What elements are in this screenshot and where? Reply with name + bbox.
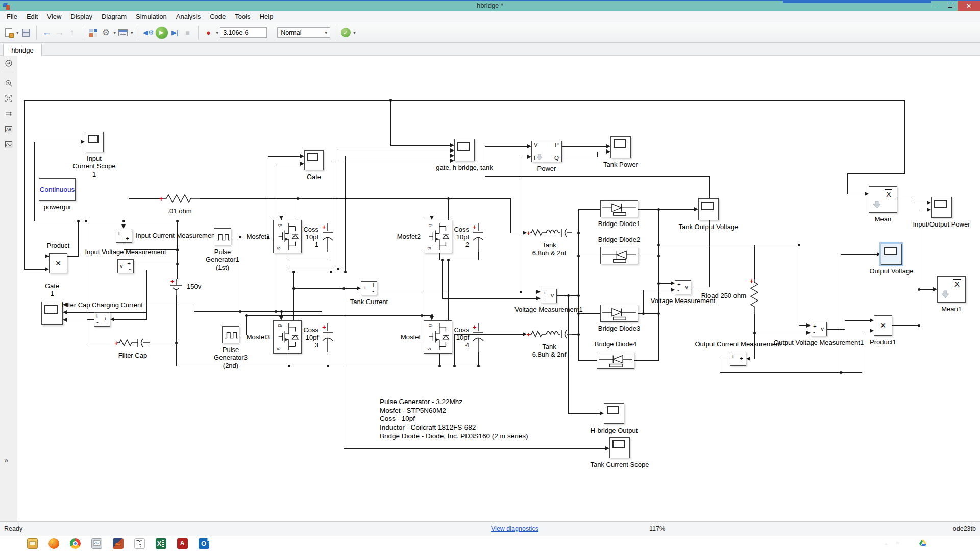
step-back-button[interactable]: ◀⚙ <box>143 26 154 39</box>
menu-tools[interactable]: Tools <box>230 12 255 21</box>
wire <box>485 146 528 147</box>
gate-hbridge-tank-scope[interactable] <box>454 139 475 161</box>
gate-scope[interactable] <box>304 150 324 170</box>
taskbar-start-icon[interactable] <box>0 536 21 551</box>
wire-arrow <box>806 331 811 335</box>
wire <box>276 164 301 164</box>
minimize-button[interactable]: – <box>927 1 942 11</box>
input-voltage-measurement[interactable]: v+- <box>117 259 134 273</box>
battery-150v[interactable]: + <box>169 278 183 295</box>
wire <box>597 152 607 152</box>
simulation-mode-select[interactable]: Normal ▾ <box>277 27 330 38</box>
save-button[interactable] <box>20 26 32 39</box>
zoom-in-icon[interactable] <box>0 76 17 91</box>
output-current-measurement[interactable]: i+ <box>730 352 746 366</box>
taskbar-acrobat-icon[interactable]: A <box>172 536 193 551</box>
tab-hbridge[interactable]: hbridge <box>3 44 42 56</box>
gate1-scope-label: Gate 1 <box>17 282 108 298</box>
model-config-dropdown[interactable]: ▾ <box>131 30 133 35</box>
hbridge-output-scope[interactable] <box>604 403 624 424</box>
input-current-measurement[interactable]: i-+ <box>116 229 132 243</box>
stop-button[interactable]: ■ <box>182 26 193 39</box>
language-indicator[interactable]: ENG <box>933 540 946 547</box>
powergui[interactable]: Continuous <box>39 178 76 201</box>
menu-help[interactable]: Help <box>255 12 278 21</box>
clock[interactable]: 2:28 AM 2/5/2015 <box>952 536 975 551</box>
io-power-scope[interactable] <box>931 197 952 218</box>
coss2[interactable]: + <box>472 223 484 252</box>
record-button[interactable]: ● <box>203 26 214 39</box>
mean[interactable]: X <box>869 186 897 213</box>
mean1[interactable]: X <box>937 276 966 303</box>
up-button[interactable]: ↑ <box>67 26 78 39</box>
product[interactable]: × <box>49 253 67 273</box>
record-dropdown[interactable]: ▾ <box>216 30 219 35</box>
model-config-button[interactable] <box>117 26 129 39</box>
tank-current[interactable]: +i- <box>361 281 377 295</box>
bridge-diode1[interactable] <box>600 200 638 217</box>
close-button[interactable]: ✕ <box>958 1 980 11</box>
input-current-scope[interactable] <box>85 132 104 152</box>
wire <box>478 252 479 260</box>
bridge-diode2[interactable] <box>600 247 638 264</box>
scope-curve-icon[interactable] <box>0 137 17 152</box>
view-diagnostics-link[interactable]: View diagnostics <box>491 525 538 532</box>
new-model-button[interactable] <box>3 26 14 39</box>
bridge-diode3[interactable] <box>600 305 638 322</box>
annotation-icon[interactable]: A <box>0 121 17 137</box>
library-browser-button[interactable] <box>88 26 99 39</box>
taskbar-monitor-icon[interactable] <box>86 536 107 551</box>
tank-current-scope[interactable] <box>609 437 630 458</box>
bridge-diode4[interactable] <box>597 352 634 369</box>
fit-to-view-icon[interactable] <box>0 91 17 106</box>
menu-analysis[interactable]: Analysis <box>172 12 205 21</box>
action-center-flag-icon[interactable]: ⚑ <box>895 540 900 547</box>
tank-output-voltage-scope[interactable] <box>698 198 719 220</box>
filter-cap-charging-current[interactable]: i-+ <box>94 312 110 327</box>
menu-edit[interactable]: Edit <box>22 12 42 21</box>
taskbar-outlook-icon[interactable]: O✓ <box>193 536 214 551</box>
update-diagram-button[interactable]: ✓ <box>340 26 351 39</box>
model-settings-button[interactable]: ⚙ <box>101 26 112 39</box>
output-voltage-measurement1[interactable]: +-v <box>811 322 827 336</box>
forward-button[interactable]: → <box>54 26 65 39</box>
model-browser-arrow-icon[interactable] <box>0 56 17 71</box>
coss4[interactable]: + <box>472 323 484 352</box>
simulation-stop-time-input[interactable] <box>220 27 267 38</box>
google-drive-icon[interactable] <box>919 540 926 547</box>
update-diagram-dropdown[interactable]: ▾ <box>353 30 356 35</box>
menu-code[interactable]: Code <box>205 12 230 21</box>
output-voltage-scope[interactable] <box>881 244 902 265</box>
taskbar-explorer-icon[interactable] <box>21 536 43 551</box>
menu-diagram[interactable]: Diagram <box>97 12 131 21</box>
menu-view[interactable]: View <box>42 12 66 21</box>
model-canvas[interactable]: Pulse Generator - 3.22Mhz Mosfet - STP5N… <box>17 56 980 521</box>
restore-button[interactable] <box>942 1 958 11</box>
voltage-measurement1[interactable]: +-v <box>541 289 557 303</box>
new-model-dropdown[interactable]: ▾ <box>16 30 19 35</box>
taskbar-matlab-icon[interactable] <box>107 536 129 551</box>
resistor-01ohm[interactable]: + <box>159 192 200 205</box>
menu-file[interactable]: File <box>2 12 22 21</box>
filter-cap[interactable]: + <box>114 337 151 349</box>
rail-expander[interactable]: » <box>4 456 8 464</box>
menu-display[interactable]: Display <box>66 12 97 21</box>
signal-routing-icon[interactable] <box>0 106 17 121</box>
taskbar-firefox-icon[interactable]: ☄ <box>43 536 64 551</box>
network-icon[interactable] <box>906 540 913 547</box>
taskbar-excel-icon[interactable]: X <box>150 536 172 551</box>
tank-power-scope[interactable] <box>610 136 631 158</box>
menu-simulation[interactable]: Simulation <box>131 12 172 21</box>
back-button[interactable]: ← <box>41 26 53 39</box>
tray-chevron-icon[interactable]: ▲ <box>883 540 889 546</box>
step-forward-button[interactable]: ▶| <box>169 26 181 39</box>
taskbar-simulink-model-icon[interactable] <box>129 536 150 551</box>
wire <box>892 325 919 326</box>
product1[interactable]: × <box>874 315 892 336</box>
rload[interactable]: + <box>749 278 760 314</box>
power-block[interactable]: VPIQ <box>531 141 562 162</box>
wire-junction <box>330 271 332 273</box>
taskbar-chrome-icon[interactable] <box>64 536 86 551</box>
run-button[interactable]: ▶ <box>156 26 168 39</box>
model-settings-dropdown[interactable]: ▾ <box>114 30 116 35</box>
